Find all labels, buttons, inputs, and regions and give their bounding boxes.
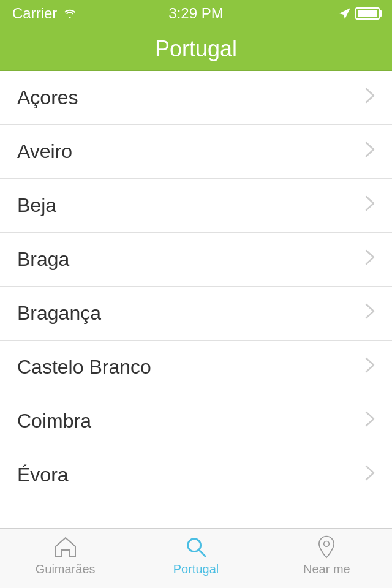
status-bar-time: 3:29 PM [168, 5, 223, 22]
home-icon [53, 535, 78, 559]
list-item[interactable]: Açores [0, 71, 392, 125]
list-item[interactable]: Bragança [0, 287, 392, 341]
list-item[interactable]: Aveiro [0, 125, 392, 179]
tab-guimaraes-label: Guimarães [36, 562, 96, 576]
svg-line-2 [199, 550, 205, 556]
chevron-right-icon [365, 465, 375, 485]
list-item[interactable]: Braga [0, 233, 392, 287]
list-item-label: Braga [17, 248, 69, 271]
list-item[interactable]: Évora [0, 448, 392, 502]
wifi-icon [63, 9, 77, 18]
location-arrow-icon [339, 8, 350, 19]
list-item[interactable]: Beja [0, 179, 392, 233]
chevron-right-icon [365, 411, 375, 431]
region-list: AçoresAveiroBejaBragaBragançaCastelo Bra… [0, 71, 392, 502]
carrier-label: Carrier [12, 5, 57, 22]
list-item[interactable]: Coimbra [0, 394, 392, 448]
status-bar: Carrier 3:29 PM [0, 0, 392, 27]
main-content: AçoresAveiroBejaBragaBragançaCastelo Bra… [0, 71, 392, 528]
chevron-right-icon [365, 88, 375, 108]
list-item-label: Coimbra [17, 410, 91, 432]
search-icon [184, 535, 208, 559]
battery-icon [355, 7, 380, 20]
tab-portugal-label: Portugal [173, 562, 219, 576]
status-bar-right [339, 7, 380, 20]
chevron-right-icon [365, 141, 375, 162]
chevron-right-icon [365, 303, 375, 323]
svg-marker-0 [339, 8, 350, 19]
list-item-label: Castelo Branco [17, 356, 151, 379]
list-item-label: Évora [17, 464, 69, 486]
chevron-right-icon [365, 249, 375, 270]
tab-guimaraes[interactable]: Guimarães [0, 529, 130, 588]
chevron-right-icon [365, 195, 375, 216]
chevron-right-icon [365, 357, 375, 377]
tab-portugal[interactable]: Portugal [130, 529, 261, 588]
list-item-label: Bragança [17, 302, 101, 325]
list-item-label: Açores [17, 86, 78, 109]
tab-nearme-label: Near me [303, 562, 350, 576]
tab-nearme[interactable]: Near me [262, 529, 392, 588]
nav-header: Portugal [0, 27, 392, 71]
status-bar-left: Carrier [12, 5, 77, 22]
svg-point-3 [324, 541, 330, 547]
location-pin-icon [314, 535, 339, 559]
list-item-label: Beja [17, 194, 56, 217]
tab-bar: Guimarães Portugal Near me [0, 528, 392, 588]
page-title: Portugal [155, 36, 237, 62]
list-item-label: Aveiro [17, 140, 72, 163]
list-item[interactable]: Castelo Branco [0, 341, 392, 394]
